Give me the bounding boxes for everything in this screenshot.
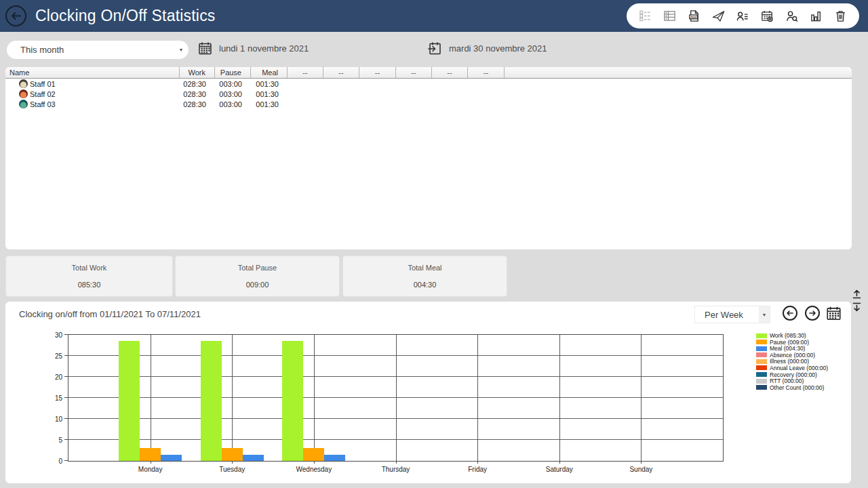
column-header-dash-4[interactable]: -- [288, 67, 323, 78]
total-work-card: Total Work 085:30 [5, 256, 173, 297]
value-cell: 003:00 [215, 79, 251, 89]
legend-label: Meal (004:30) [770, 345, 805, 352]
legend-swatch [756, 379, 767, 384]
legend-label: Work (085:30) [770, 332, 806, 339]
y-axis-label: 25 [55, 352, 62, 360]
x-axis-tick [151, 461, 151, 464]
chart-icon[interactable] [809, 9, 823, 23]
chart-period-select[interactable]: Per Week ▼ [694, 306, 770, 323]
x-axis-label: Monday [138, 466, 163, 473]
bar-meal-tuesday [243, 455, 264, 461]
table-header: NameWorkPauseMeal------------ [5, 67, 852, 79]
page-title: Clocking On/Off Statistics [35, 7, 216, 25]
gridline-vertical [641, 335, 642, 461]
delete-icon[interactable] [833, 9, 848, 23]
staff-avatar [19, 89, 28, 98]
bar-pause-wednesday [303, 448, 324, 461]
legend-swatch [756, 340, 767, 344]
column-header-dash-5[interactable]: -- [323, 67, 359, 78]
toolbar: PDF [627, 3, 859, 28]
column-header-work[interactable]: Work [180, 67, 215, 78]
gridline-vertical [232, 335, 233, 461]
legend-item: Other Count (000:00) [756, 385, 828, 390]
column-header-name[interactable]: Name [5, 67, 180, 78]
legend-swatch [756, 359, 767, 364]
total-pause-card: Total Pause 009:00 [175, 256, 340, 297]
legend-label: Annual Leave (000:00) [770, 365, 828, 371]
legend-item: Work (085:30) [756, 333, 828, 338]
x-axis-label: Sunday [629, 466, 652, 473]
send-icon[interactable] [711, 9, 726, 23]
calendar-picker-icon[interactable] [825, 305, 842, 322]
start-date-label: lundi 1 novembre 2021 [219, 43, 309, 54]
legend-item: Recovery (000:00) [756, 372, 828, 378]
y-axis-tick [64, 334, 68, 335]
calendar-start-icon[interactable] [197, 41, 213, 56]
chart-period-value: Per Week [695, 310, 759, 320]
back-button[interactable] [5, 5, 26, 26]
column-header-dash-7[interactable]: -- [396, 67, 432, 78]
collapse-down-icon[interactable] [852, 302, 861, 312]
total-work-label: Total Work [6, 264, 172, 272]
calendar-settings-icon[interactable] [760, 9, 774, 23]
value-cell: 001:30 [251, 99, 288, 109]
x-axis-tick [477, 461, 478, 464]
legend-swatch [756, 372, 767, 377]
x-axis-label: Wednesday [296, 466, 332, 473]
previous-period-button[interactable] [783, 306, 797, 321]
table-body: Staff 01028:30003:00001:30Staff 02028:30… [5, 79, 852, 109]
table-row[interactable]: Staff 03028:30003:00001:30 [5, 99, 852, 109]
y-axis-label: 15 [55, 394, 62, 402]
value-cell: 028:30 [180, 89, 215, 99]
gridline-vertical [477, 335, 478, 461]
filter-bar: This month ▼ lundi 1 novembre 2021 [0, 32, 868, 66]
column-header-pause[interactable]: Pause [215, 67, 251, 78]
table-row[interactable]: Staff 02028:30003:00001:30 [5, 89, 852, 99]
person-search-icon[interactable] [785, 9, 799, 23]
legend-item: Absence (000:00) [756, 352, 828, 358]
legend-label: Pause (009:00) [770, 339, 809, 346]
legend-swatch [756, 346, 767, 351]
x-axis-label: Thursday [382, 466, 410, 473]
total-meal-value: 004:30 [343, 281, 507, 289]
column-header-dash-6[interactable]: -- [359, 67, 396, 78]
legend-label: Recovery (000:00) [770, 371, 817, 378]
table-row[interactable]: Staff 01028:30003:00001:30 [5, 79, 852, 89]
legend-swatch [756, 385, 767, 390]
next-period-button[interactable] [805, 306, 820, 321]
y-axis-label: 20 [55, 373, 62, 381]
y-axis-tick [64, 397, 68, 398]
x-axis-tick [559, 461, 560, 464]
legend-label: RTT (000:00) [770, 378, 804, 384]
period-select[interactable]: This month ▼ [7, 41, 189, 59]
staff-name-cell: Staff 03 [5, 99, 180, 109]
bar-work-monday [119, 341, 140, 461]
total-pause-label: Total Pause [176, 264, 339, 272]
gridline-vertical [314, 335, 315, 461]
panel-splitter [851, 289, 862, 312]
value-cell: 001:30 [251, 79, 288, 89]
app-header: Clocking On/Off Statistics PDF [0, 0, 868, 32]
x-axis-label: Friday [468, 466, 487, 473]
bar-pause-monday [140, 448, 161, 461]
expand-up-icon[interactable] [852, 289, 861, 300]
gridline-vertical [396, 335, 397, 461]
column-header-meal[interactable]: Meal [251, 67, 288, 78]
pdf-export-icon[interactable]: PDF [687, 9, 701, 23]
end-date-group: mardi 30 novembre 2021 [427, 41, 547, 56]
legend-item: RTT (000:00) [756, 378, 828, 384]
staff-table: NameWorkPauseMeal------------ Staff 0102… [5, 67, 852, 249]
chevron-down-icon: ▼ [174, 47, 189, 52]
calendar-end-icon[interactable] [427, 41, 443, 56]
staff-name-label: Staff 02 [30, 90, 56, 98]
contact-details-icon[interactable] [736, 9, 750, 23]
column-header-dash-9[interactable]: -- [468, 67, 505, 78]
legend-label: Absence (000:00) [770, 352, 815, 359]
legend-swatch [756, 333, 767, 338]
y-axis-tick [64, 355, 68, 356]
next-period-icon [808, 309, 816, 317]
back-arrow-icon [10, 10, 22, 22]
legend-label: Illness (000:00) [770, 358, 809, 365]
legend-item: Pause (009:00) [756, 340, 828, 345]
column-header-dash-8[interactable]: -- [432, 67, 468, 78]
